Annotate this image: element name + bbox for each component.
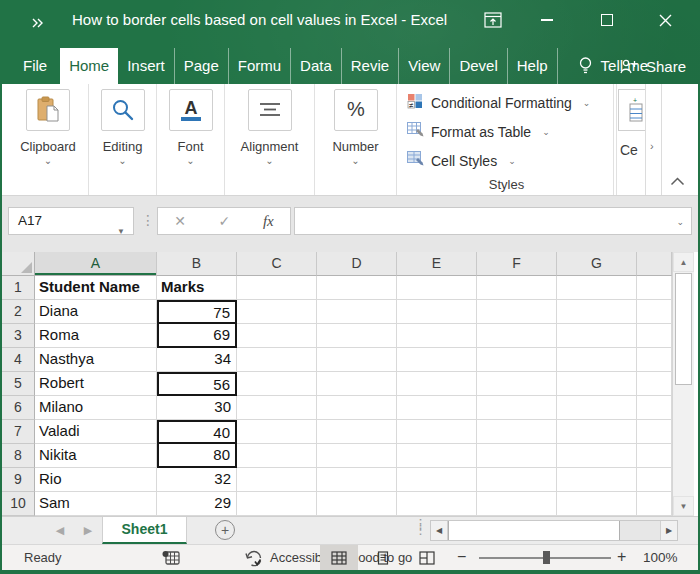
- cell[interactable]: [317, 324, 397, 348]
- cell[interactable]: [477, 444, 557, 468]
- cell[interactable]: [317, 492, 397, 516]
- column-header-partial[interactable]: [637, 252, 672, 276]
- cell[interactable]: [397, 468, 477, 492]
- cell[interactable]: [557, 468, 637, 492]
- cell[interactable]: [557, 300, 637, 324]
- ribbon-group-font[interactable]: AFont⌄: [157, 84, 225, 195]
- tab-devel[interactable]: Devel: [450, 48, 507, 84]
- cell[interactable]: [317, 396, 397, 420]
- cell[interactable]: [477, 420, 557, 444]
- cell[interactable]: Valadi: [35, 420, 157, 444]
- cell[interactable]: Roma: [35, 324, 157, 348]
- cell[interactable]: [477, 468, 557, 492]
- insert-function-icon[interactable]: fx: [263, 213, 274, 230]
- tab-page[interactable]: Page: [175, 48, 229, 84]
- column-header-c[interactable]: C: [237, 252, 317, 276]
- name-box-grip[interactable]: ⋮: [141, 212, 155, 228]
- cell[interactable]: [317, 372, 397, 396]
- chevron-down-icon[interactable]: ▼: [117, 219, 125, 245]
- cell[interactable]: [477, 324, 557, 348]
- cell[interactable]: [237, 300, 317, 324]
- tab-revie[interactable]: Revie: [342, 48, 399, 84]
- cell[interactable]: [477, 300, 557, 324]
- vertical-scroll-thumb[interactable]: [675, 273, 692, 385]
- tab-file[interactable]: File: [10, 48, 60, 84]
- cell[interactable]: [557, 444, 637, 468]
- cell[interactable]: 75: [157, 300, 237, 324]
- cell[interactable]: [477, 348, 557, 372]
- cell[interactable]: [317, 420, 397, 444]
- zoom-slider-thumb[interactable]: [543, 551, 550, 564]
- zoom-in-button[interactable]: +: [617, 545, 626, 569]
- scroll-right-icon[interactable]: ▶: [660, 521, 677, 540]
- ribbon-group-clipboard[interactable]: Clipboard⌄: [8, 84, 89, 195]
- cancel-icon[interactable]: ✕: [174, 213, 186, 229]
- formula-input[interactable]: ⌄: [294, 207, 692, 235]
- cell[interactable]: [637, 276, 672, 300]
- cell[interactable]: 34: [157, 348, 237, 372]
- horizontal-scroll-thumb[interactable]: [448, 521, 620, 540]
- cell[interactable]: [237, 348, 317, 372]
- name-box[interactable]: A17 ▼: [8, 207, 134, 235]
- tab-help[interactable]: Help: [508, 48, 558, 84]
- cell[interactable]: [637, 468, 672, 492]
- new-sheet-button[interactable]: +: [215, 520, 235, 540]
- scroll-up-icon[interactable]: ▲: [673, 252, 694, 272]
- cell[interactable]: Nasthya: [35, 348, 157, 372]
- tab-formu[interactable]: Formu: [229, 48, 291, 84]
- sheet-nav-left-icon[interactable]: ◀: [50, 517, 70, 544]
- cell[interactable]: [397, 420, 477, 444]
- cell[interactable]: [637, 348, 672, 372]
- zoom-level[interactable]: 100%: [643, 545, 678, 570]
- ribbon-display-options-button[interactable]: [470, 0, 516, 40]
- cell[interactable]: [237, 396, 317, 420]
- cell[interactable]: Robert: [35, 372, 157, 396]
- select-all-button[interactable]: [2, 252, 35, 276]
- cell[interactable]: [317, 468, 397, 492]
- column-header-d[interactable]: D: [317, 252, 397, 276]
- cell[interactable]: [637, 300, 672, 324]
- row-header-4[interactable]: 4: [2, 348, 35, 372]
- column-header-f[interactable]: F: [477, 252, 557, 276]
- cell[interactable]: [637, 420, 672, 444]
- cell[interactable]: [397, 396, 477, 420]
- tab-home[interactable]: Home: [60, 48, 118, 84]
- cell[interactable]: 56: [157, 372, 237, 396]
- cell[interactable]: [397, 324, 477, 348]
- cell[interactable]: [317, 348, 397, 372]
- column-header-a[interactable]: A: [35, 252, 157, 276]
- scroll-left-icon[interactable]: ◀: [431, 521, 448, 540]
- normal-view-button[interactable]: [320, 545, 358, 570]
- cell[interactable]: [637, 492, 672, 516]
- cell[interactable]: 40: [157, 420, 237, 444]
- row-header-9[interactable]: 9: [2, 468, 35, 492]
- cell[interactable]: 29: [157, 492, 237, 516]
- ribbon-overflow-strip[interactable]: ›: [645, 84, 662, 195]
- row-header-1[interactable]: 1: [2, 276, 35, 300]
- cell[interactable]: [637, 396, 672, 420]
- column-header-b[interactable]: B: [157, 252, 237, 276]
- cell[interactable]: 30: [157, 396, 237, 420]
- cell[interactable]: 69: [157, 324, 237, 348]
- row-header-7[interactable]: 7: [2, 420, 35, 444]
- cell[interactable]: [237, 324, 317, 348]
- cell[interactable]: 32: [157, 468, 237, 492]
- scrollbar-grip[interactable]: ⋮⋮: [414, 521, 427, 533]
- ribbon-group-alignment[interactable]: Alignment⌄: [225, 84, 315, 195]
- cell[interactable]: [477, 276, 557, 300]
- cell[interactable]: [397, 276, 477, 300]
- cell[interactable]: Student Name: [35, 276, 157, 300]
- page-break-preview-button[interactable]: [408, 545, 446, 570]
- cell[interactable]: [477, 492, 557, 516]
- format-as-table-button[interactable]: Format as Table⌄: [397, 117, 616, 146]
- conditional-formatting-button[interactable]: ≠Conditional Formatting⌄: [397, 88, 616, 117]
- macro-record-icon[interactable]: [162, 550, 180, 569]
- cell[interactable]: Nikita: [35, 444, 157, 468]
- cell[interactable]: [557, 396, 637, 420]
- tab-data[interactable]: Data: [291, 48, 342, 84]
- cell[interactable]: [317, 444, 397, 468]
- cell[interactable]: [637, 372, 672, 396]
- cell[interactable]: [397, 444, 477, 468]
- tab-insert[interactable]: Insert: [118, 48, 175, 84]
- cell[interactable]: [397, 300, 477, 324]
